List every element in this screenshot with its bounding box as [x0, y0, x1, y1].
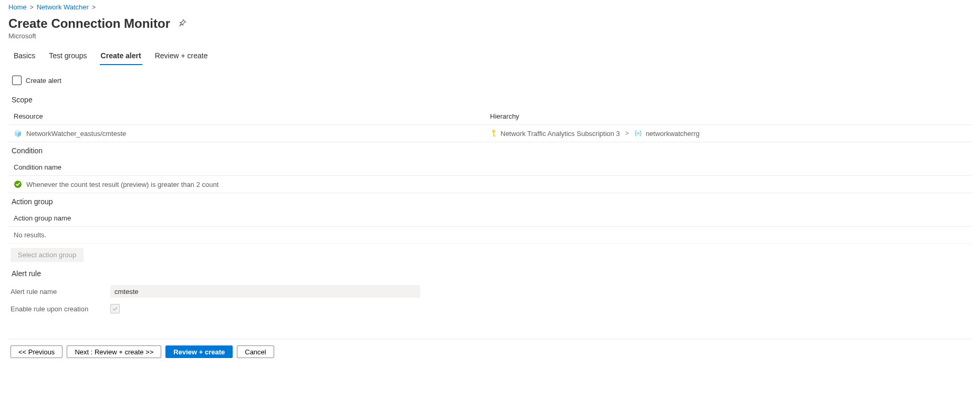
key-icon	[490, 129, 497, 138]
page-subtitle: Microsoft	[8, 32, 972, 40]
create-alert-checkbox[interactable]	[12, 76, 22, 85]
chevron-right-icon: >	[624, 130, 630, 137]
tab-create-alert[interactable]: Create alert	[100, 47, 142, 65]
tab-basics[interactable]: Basics	[13, 47, 36, 65]
next-button[interactable]: Next : Review + create >>	[67, 345, 161, 358]
condition-label: Condition	[12, 146, 972, 155]
scope-row: NetworkWatcher_eastus/cmteste Network Tr…	[8, 125, 972, 142]
scope-table: Resource Hierarchy NetworkWatcher_eastus…	[8, 108, 972, 142]
scope-col-hierarchy: Hierarchy	[490, 112, 966, 120]
condition-row: Whenever the count test result (preview)…	[8, 176, 972, 193]
create-alert-checkbox-label: Create alert	[26, 77, 61, 85]
condition-col-name: Condition name	[8, 159, 972, 176]
page-title: Create Connection Monitor	[8, 16, 170, 31]
enable-rule-label: Enable rule upon creation	[11, 305, 110, 313]
enable-rule-checkbox	[110, 304, 120, 313]
alert-rule-name-label: Alert rule name	[11, 288, 110, 296]
action-group-col-name: Action group name	[8, 210, 972, 227]
hierarchy-subscription: Network Traffic Analytics Subscription 3	[501, 130, 620, 138]
resource-group-icon	[634, 129, 642, 138]
select-action-group-button: Select action group	[11, 248, 84, 262]
tabs: Basics Test groups Create alert Review +…	[8, 47, 972, 65]
chevron-right-icon: >	[92, 4, 96, 11]
scope-label: Scope	[12, 96, 972, 104]
tab-review-create[interactable]: Review + create	[154, 47, 209, 65]
condition-text: Whenever the count test result (preview)…	[26, 181, 218, 188]
wizard-footer: << Previous Next : Review + create >> Re…	[8, 339, 972, 364]
hierarchy-resource-group: networkwatcherrg	[645, 130, 700, 138]
pin-icon	[179, 19, 186, 27]
breadcrumb-network-watcher[interactable]: Network Watcher	[37, 3, 89, 11]
action-group-label: Action group	[12, 197, 972, 206]
check-circle-icon	[14, 180, 22, 188]
breadcrumb-home[interactable]: Home	[8, 3, 27, 11]
pin-button[interactable]	[178, 18, 187, 29]
breadcrumb: Home > Network Watcher >	[8, 1, 972, 16]
cancel-button[interactable]: Cancel	[237, 345, 274, 358]
resource-cube-icon	[14, 129, 22, 138]
chevron-right-icon: >	[30, 4, 34, 11]
review-create-button[interactable]: Review + create	[165, 345, 233, 358]
check-icon	[112, 306, 118, 312]
alert-rule-label: Alert rule	[12, 269, 972, 278]
scope-resource-name: NetworkWatcher_eastus/cmteste	[26, 130, 126, 138]
alert-rule-name-input[interactable]	[110, 285, 420, 298]
previous-button[interactable]: << Previous	[11, 345, 62, 358]
action-group-empty: No results.	[8, 227, 972, 244]
svg-rect-2	[493, 135, 495, 136]
scope-col-resource: Resource	[14, 112, 490, 120]
tab-test-groups[interactable]: Test groups	[48, 47, 88, 65]
